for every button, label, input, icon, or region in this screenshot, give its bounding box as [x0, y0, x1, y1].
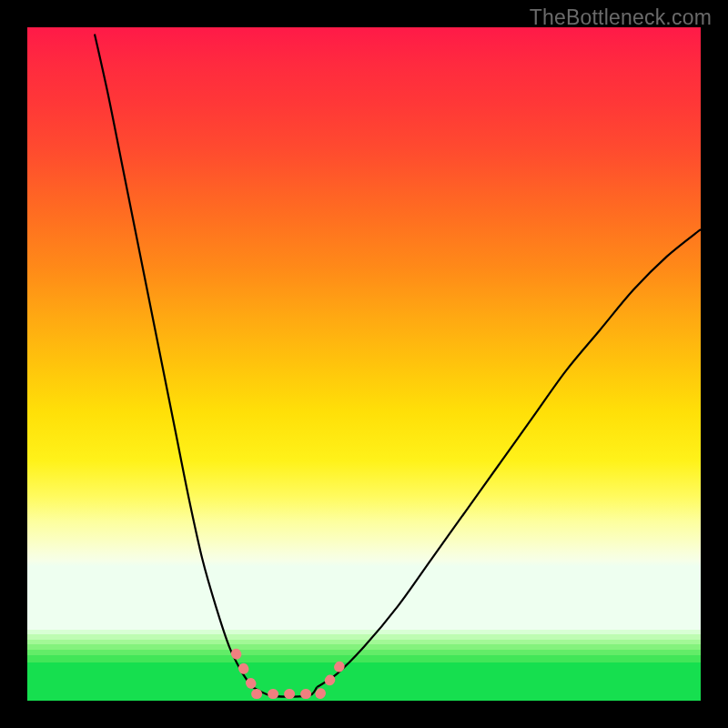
- chart-frame: TheBottleneck.com: [0, 0, 728, 728]
- dotted-right: [320, 661, 344, 694]
- plot-area: [27, 27, 701, 701]
- curve-overlay: [27, 27, 701, 701]
- curve-left: [95, 34, 253, 687]
- dotted-left: [236, 653, 256, 693]
- watermark-text: TheBottleneck.com: [530, 5, 712, 30]
- curve-right: [317, 229, 701, 687]
